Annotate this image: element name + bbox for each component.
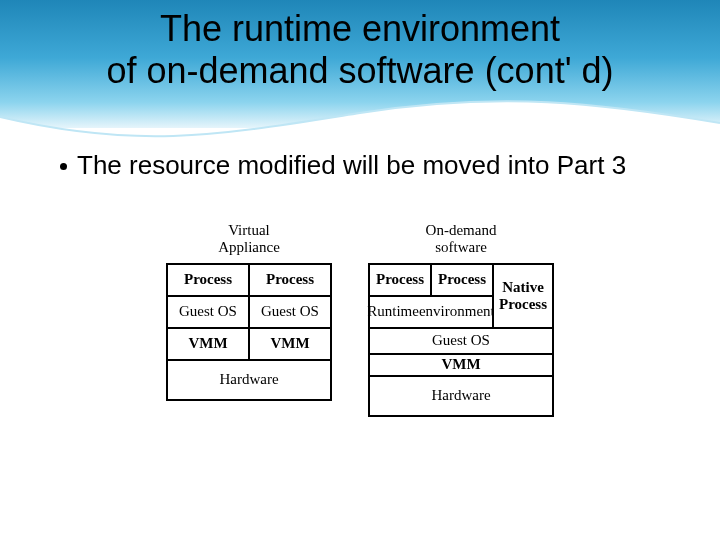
table-row: Guest OS: [369, 328, 553, 354]
process-cell: Process: [431, 264, 493, 296]
vmm-cell: VMM: [369, 354, 553, 376]
guest-os-cell: Guest OS: [167, 296, 249, 328]
bullet-dot-icon: [60, 163, 67, 170]
runtime-line2: environment: [419, 303, 495, 320]
table-row: Process Process: [167, 264, 331, 296]
bullet-text: The resource modified will be moved into…: [77, 150, 660, 181]
bullet-item: The resource modified will be moved into…: [60, 150, 660, 181]
hardware-cell: Hardware: [369, 376, 553, 416]
vmm-cell: VMM: [249, 328, 331, 360]
runtime-line1: Runtime: [367, 303, 419, 320]
slide: The runtime environment of on-demand sof…: [0, 0, 720, 540]
table-row: Hardware: [369, 376, 553, 416]
right-title-line1: On-demand: [426, 222, 497, 238]
runtime-env-cell: Runtime environment: [369, 296, 493, 328]
left-title-line2: Appliance: [218, 239, 280, 255]
native-process-cell: Native Process: [493, 264, 553, 328]
native-line1: Native: [502, 279, 544, 295]
comparison-figure: Virtual Appliance Process Process Guest …: [0, 222, 720, 417]
table-row: Process Process Runtime environment Nati…: [369, 264, 553, 328]
process-cell: Process: [369, 264, 431, 296]
table-row: Guest OS Guest OS: [167, 296, 331, 328]
process-cell: Process: [249, 264, 331, 296]
bullet-list: The resource modified will be moved into…: [60, 150, 660, 181]
table-row: VMM: [369, 354, 553, 376]
table-row: Hardware: [167, 360, 331, 400]
content-area: The resource modified will be moved into…: [60, 150, 660, 197]
left-panel-title: Virtual Appliance: [218, 222, 280, 257]
left-title-line1: Virtual: [228, 222, 270, 238]
guest-os-cell: Guest OS: [249, 296, 331, 328]
native-line2: Process: [499, 296, 547, 312]
right-panel-title: On-demand software: [426, 222, 497, 257]
table-row: VMM VMM: [167, 328, 331, 360]
on-demand-panel: On-demand software Process Process Runti…: [368, 222, 554, 417]
wave-decoration: [0, 95, 720, 145]
title-line-1: The runtime environment: [0, 8, 720, 50]
slide-title: The runtime environment of on-demand sof…: [0, 8, 720, 93]
right-title-line2: software: [435, 239, 487, 255]
hardware-cell: Hardware: [167, 360, 331, 400]
left-grid: Process Process Guest OS Guest OS VMM VM…: [166, 263, 332, 401]
vmm-cell: VMM: [167, 328, 249, 360]
process-cell: Process: [167, 264, 249, 296]
title-line-2: of on-demand software (cont' d): [0, 50, 720, 92]
virtual-appliance-panel: Virtual Appliance Process Process Guest …: [166, 222, 332, 417]
right-grid: Process Process Runtime environment Nati…: [368, 263, 554, 417]
guest-os-cell: Guest OS: [369, 328, 553, 354]
